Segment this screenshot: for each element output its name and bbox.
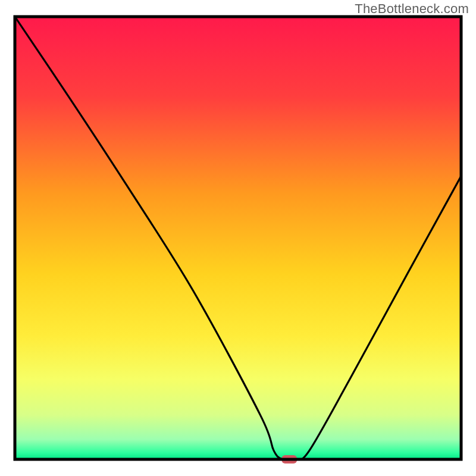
plot-background bbox=[15, 17, 461, 459]
watermark-text: TheBottleneck.com bbox=[355, 1, 469, 17]
chart-frame: TheBottleneck.com bbox=[0, 0, 476, 476]
bottleneck-chart bbox=[0, 0, 476, 476]
